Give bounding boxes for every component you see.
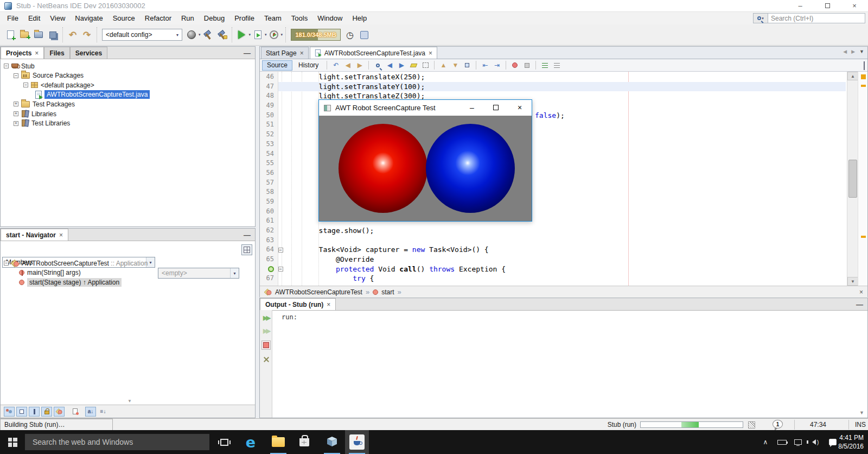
menu-file[interactable]: File	[2, 12, 23, 24]
start-button[interactable]	[0, 430, 25, 454]
close-icon[interactable]: ×	[429, 49, 432, 57]
stop-build-button[interactable]	[261, 340, 271, 350]
tree-row-libraries[interactable]: + Libraries	[14, 109, 56, 118]
process-list-icon[interactable]	[748, 421, 755, 428]
new-project-button[interactable]	[17, 27, 31, 42]
ant-settings-button[interactable]	[261, 355, 271, 364]
find-previous-button[interactable]: ◀	[384, 60, 395, 70]
shift-left-button[interactable]: ⇤	[480, 60, 490, 70]
shift-right-button[interactable]: ⇥	[492, 60, 502, 70]
tree-expand-icon[interactable]: +	[14, 121, 18, 126]
tab-navigator[interactable]: start - Navigator ×	[1, 229, 68, 241]
empty-filter-select[interactable]: <empty> ▾	[158, 268, 239, 279]
menu-tools[interactable]: Tools	[286, 12, 312, 24]
tree-expand-icon[interactable]: +	[14, 102, 18, 106]
breadcrumb-method[interactable]: start	[381, 288, 394, 296]
uncomment-button[interactable]	[551, 60, 562, 70]
redo-button[interactable]: ↷	[80, 27, 94, 42]
fold-collapse-icon[interactable]: −	[278, 267, 283, 272]
tree-collapse-icon[interactable]: −	[14, 73, 18, 78]
close-icon[interactable]: ×	[59, 231, 63, 239]
build-project-button[interactable]	[201, 27, 215, 42]
search-icon-button[interactable]: ▾	[753, 13, 768, 23]
menu-edit[interactable]: Edit	[23, 12, 45, 24]
warning-mark[interactable]	[861, 236, 866, 238]
navigator-window-button[interactable]	[241, 244, 252, 255]
menu-view[interactable]: View	[45, 12, 70, 24]
breadcrumb-close-icon[interactable]: ×	[859, 288, 863, 296]
menu-source[interactable]: Source	[108, 12, 140, 24]
scroll-tabs-left-icon[interactable]: ◀	[843, 49, 847, 54]
volume-tray-button[interactable]: )	[807, 430, 824, 454]
code-line[interactable]: 67 try {	[260, 274, 867, 283]
rerun-button[interactable]: ▶▶	[261, 313, 271, 323]
debug-project-button[interactable]	[251, 27, 265, 42]
taskbar-search-input[interactable]	[25, 434, 209, 450]
start-macro-button[interactable]	[509, 60, 520, 70]
tree-row-source-packages[interactable]: − Source Packages	[14, 71, 84, 80]
task-view-button[interactable]	[212, 430, 236, 454]
code-line[interactable]: 47 light.setTranslateY(100);	[260, 82, 867, 92]
close-icon[interactable]: ×	[327, 301, 330, 308]
tab-output[interactable]: Output - Stub (run) ×	[260, 298, 336, 310]
menu-debug[interactable]: Debug	[199, 12, 229, 24]
clean-build-button[interactable]	[215, 27, 229, 42]
menu-run[interactable]: Run	[176, 12, 199, 24]
show-inherited-button[interactable]	[4, 407, 15, 417]
back-button[interactable]: ◀	[342, 60, 353, 70]
find-selection-button[interactable]	[372, 60, 383, 70]
navigator-row-class[interactable]: − AWTRobotScreenCaptureTest :: Applicati…	[4, 258, 148, 268]
stop-macro-button[interactable]	[521, 60, 532, 70]
tree-row-test-packages[interactable]: + Test Packages	[14, 99, 75, 109]
scroll-down-icon[interactable]: ▼	[847, 277, 858, 286]
sort-source-button[interactable]: ≡↓	[98, 407, 108, 417]
menu-refactor[interactable]: Refactor	[140, 12, 176, 24]
editor-vertical-scrollbar[interactable]: ▲ ▼	[847, 72, 858, 286]
rectangular-selection-button[interactable]	[420, 60, 431, 70]
close-icon[interactable]: ×	[35, 49, 39, 57]
collapse-handle-icon[interactable]: ▼	[127, 399, 132, 403]
tab-start-page[interactable]: Start Page ×	[261, 47, 309, 59]
tab-services[interactable]: Services	[70, 47, 107, 59]
comment-button[interactable]	[539, 60, 550, 70]
minimize-panel-icon[interactable]: —	[244, 49, 251, 57]
code-line[interactable]: − protected Void call() throws Exception…	[260, 264, 867, 274]
new-file-button[interactable]	[3, 27, 17, 42]
file-explorer-button[interactable]	[266, 430, 290, 454]
breadcrumb-chevron-icon[interactable]: »	[366, 288, 369, 296]
tab-projects[interactable]: Projects ×	[1, 47, 44, 59]
menu-team[interactable]: Team	[259, 12, 286, 24]
minimize-panel-icon[interactable]: —	[244, 231, 251, 239]
fold-collapse-icon[interactable]: −	[278, 248, 283, 253]
build-progress-bar[interactable]	[640, 421, 743, 428]
notifications-button[interactable]: 1	[773, 420, 783, 428]
awt-maximize-button[interactable]	[484, 100, 508, 116]
error-stripe[interactable]	[858, 72, 867, 286]
breadcrumb-class[interactable]: AWTRobotScreenCaptureTest	[275, 288, 362, 296]
set-main-project-button[interactable]	[184, 27, 199, 42]
awt-minimize-button[interactable]: –	[460, 100, 484, 116]
window-close-button[interactable]: ×	[841, 0, 868, 12]
netbeans-taskbar-button[interactable]	[320, 430, 344, 454]
tree-row-default-package[interactable]: − <default package>	[23, 80, 94, 90]
vm-telemetry-button[interactable]	[357, 27, 371, 42]
scroll-up-icon[interactable]: ▲	[847, 72, 858, 80]
menu-profile[interactable]: Profile	[229, 12, 259, 24]
show-non-public-button[interactable]	[41, 407, 52, 417]
menu-help[interactable]: Help	[347, 12, 372, 24]
window-minimize-button[interactable]: –	[787, 0, 814, 12]
save-all-button[interactable]	[46, 27, 60, 42]
navigator-row-start[interactable]: start(Stage stage) ↑ Application	[19, 278, 122, 287]
sort-alpha-button[interactable]: a↓	[85, 407, 96, 417]
show-static-button[interactable]	[29, 407, 40, 417]
output-scroll-down-icon[interactable]: ▼	[859, 410, 864, 415]
next-bookmark-button[interactable]: ▼	[450, 60, 461, 70]
tab-list-dropdown-icon[interactable]: ▼	[859, 49, 864, 54]
awt-close-button[interactable]: ×	[508, 100, 532, 116]
code-line[interactable]: 64− Task<Void> capturer = new Task<Void>…	[260, 245, 867, 255]
tree-collapse-icon[interactable]: −	[23, 83, 28, 87]
override-marker-icon[interactable]	[268, 266, 274, 272]
tree-expand-icon[interactable]: +	[14, 111, 18, 116]
code-line[interactable]: 46 light.setTranslateX(250);	[260, 72, 867, 82]
tab-files[interactable]: Files	[44, 47, 69, 59]
